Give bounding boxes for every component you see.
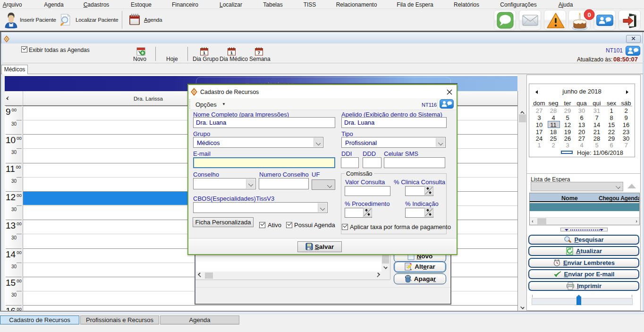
svg-text:0: 0	[587, 11, 591, 18]
svg-text:7: 7	[258, 50, 260, 55]
svg-text:1: 1	[203, 50, 206, 55]
svg-text:1: 1	[230, 50, 233, 55]
